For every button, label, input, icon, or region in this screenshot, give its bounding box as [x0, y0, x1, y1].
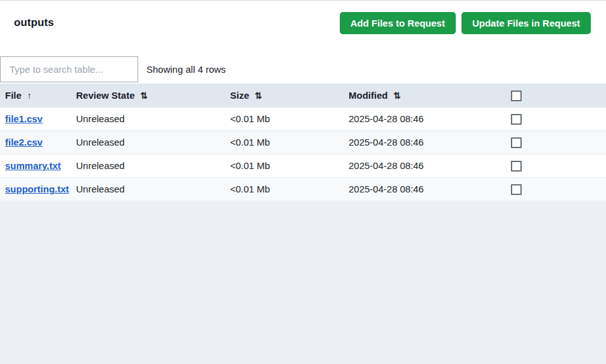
row-checkbox[interactable]: [511, 184, 522, 195]
table-row: supporting.txt Unreleased <0.01 Mb 2025-…: [0, 177, 606, 201]
page-background: [0, 201, 606, 364]
review-state-value: Unreleased: [76, 160, 125, 171]
size-value: <0.01 Mb: [230, 160, 270, 171]
file-link[interactable]: summary.txt: [5, 160, 61, 171]
search-input[interactable]: [0, 56, 138, 82]
sort-both-icon: ⇅: [394, 91, 401, 101]
table-header: File↑ Review State⇅ Size⇅ Modified⇅: [0, 84, 606, 107]
page-title: outputs: [14, 16, 54, 29]
column-header-size[interactable]: Size⇅: [230, 84, 349, 107]
toolbar: Add Files to Request Update Files in Req…: [340, 12, 591, 34]
sort-both-icon: ⇅: [255, 91, 262, 101]
file-link[interactable]: file1.csv: [5, 113, 42, 124]
header-bar: outputs Add Files to Request Update File…: [0, 1, 606, 34]
table-row: file2.csv Unreleased <0.01 Mb 2025-04-28…: [0, 130, 606, 154]
modified-value: 2025-04-28 08:46: [349, 137, 423, 147]
table-body: file1.csv Unreleased <0.01 Mb 2025-04-28…: [0, 107, 606, 201]
modified-value: 2025-04-28 08:46: [349, 160, 423, 171]
modified-value: 2025-04-28 08:46: [349, 113, 423, 124]
review-state-value: Unreleased: [76, 113, 125, 124]
row-checkbox[interactable]: [511, 114, 522, 125]
column-header-file[interactable]: File↑: [0, 84, 76, 107]
table-header-row: File↑ Review State⇅ Size⇅ Modified⇅: [0, 84, 606, 107]
size-value: <0.01 Mb: [230, 184, 270, 194]
file-link[interactable]: file2.csv: [5, 137, 42, 147]
review-state-value: Unreleased: [76, 137, 125, 147]
column-label: Review State: [76, 90, 135, 101]
rows-summary: Showing all 4 rows: [146, 64, 226, 75]
row-checkbox[interactable]: [511, 137, 522, 148]
table-row: file1.csv Unreleased <0.01 Mb 2025-04-28…: [0, 107, 606, 130]
add-files-button[interactable]: Add Files to Request: [340, 12, 456, 34]
column-label: Modified: [349, 90, 388, 101]
column-header-review-state[interactable]: Review State⇅: [76, 84, 230, 107]
sort-ascending-icon: ↑: [27, 91, 32, 101]
table-row: summary.txt Unreleased <0.01 Mb 2025-04-…: [0, 154, 606, 177]
size-value: <0.01 Mb: [230, 137, 270, 147]
column-label: Size: [230, 90, 249, 101]
update-files-button[interactable]: Update Files in Request: [461, 12, 591, 34]
select-all-checkbox[interactable]: [511, 91, 522, 101]
column-header-modified[interactable]: Modified⇅: [349, 84, 511, 107]
sort-both-icon: ⇅: [141, 91, 148, 101]
search-row: Showing all 4 rows: [0, 56, 606, 82]
modified-value: 2025-04-28 08:46: [349, 184, 423, 194]
column-label: File: [5, 90, 22, 101]
row-checkbox[interactable]: [511, 161, 522, 172]
file-link[interactable]: supporting.txt: [5, 184, 69, 194]
size-value: <0.01 Mb: [230, 113, 270, 124]
files-table: File↑ Review State⇅ Size⇅ Modified⇅ file…: [0, 84, 606, 201]
column-header-select: [511, 84, 606, 107]
review-state-value: Unreleased: [76, 184, 125, 194]
